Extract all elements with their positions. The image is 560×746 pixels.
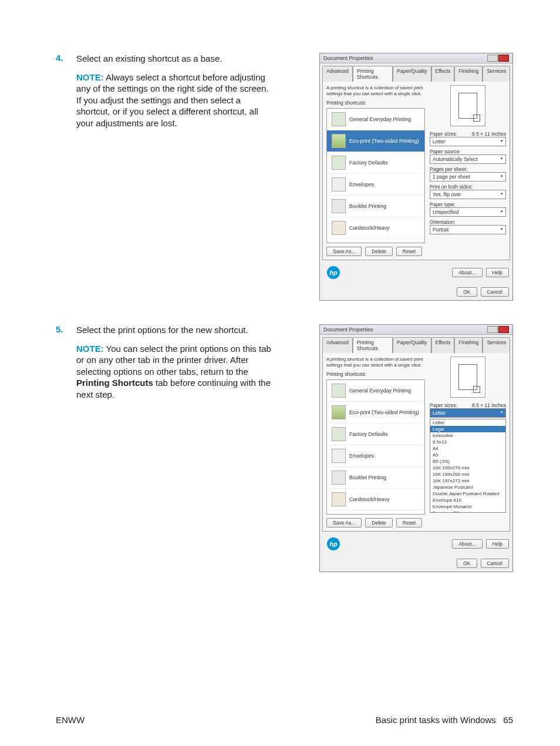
save-as-button[interactable]: Save As...: [326, 247, 362, 256]
list-item[interactable]: Cardstock/Heavy: [327, 489, 424, 510]
cancel-button[interactable]: Cancel: [481, 559, 509, 568]
shortcut-icon: [332, 449, 346, 463]
list-item[interactable]: Eco-print (Two-sided Printing): [327, 130, 424, 152]
paper-type-label: Paper type:: [430, 201, 506, 207]
step-4-note: NOTE: Always select a shortcut before ad…: [76, 72, 276, 129]
size-option[interactable]: 16K 184x260 mm: [430, 471, 505, 478]
paper-source-select[interactable]: Automatically Select: [430, 154, 506, 164]
size-option[interactable]: Double Japan Postcard Rotated: [430, 490, 505, 497]
size-option[interactable]: A4: [430, 445, 505, 452]
tab-advanced[interactable]: Advanced: [322, 66, 353, 82]
size-option[interactable]: A5: [430, 452, 505, 458]
list-item[interactable]: Booklet Printing: [327, 467, 424, 489]
tab-effects[interactable]: Effects: [431, 66, 455, 82]
size-option[interactable]: Executive: [430, 432, 505, 439]
dialog-title: Document Properties: [323, 327, 373, 332]
note-text-pre: You can select the print options on this…: [76, 344, 271, 377]
dialog-2: Document Properties Advanced Printing Sh…: [319, 324, 513, 572]
intro-text: A printing shortcut is a collection of s…: [326, 357, 425, 368]
note-label: NOTE:: [76, 344, 104, 354]
help-button[interactable]: Help: [486, 268, 509, 277]
shortcut-label: Envelopes: [349, 182, 374, 187]
cancel-button[interactable]: Cancel: [481, 287, 509, 297]
close-icon[interactable]: [498, 55, 509, 62]
paper-sizes-dropdown-list[interactable]: Letter Legal Executive 8.5x13 A4 A5 B5 (…: [430, 419, 506, 513]
size-option[interactable]: Legal: [430, 426, 505, 432]
save-as-button[interactable]: Save As...: [326, 518, 362, 527]
paper-sizes-select[interactable]: Letter: [430, 137, 506, 146]
list-item[interactable]: Envelopes: [327, 174, 424, 196]
paper-type-select[interactable]: Unspecified: [430, 207, 506, 217]
close-icon[interactable]: [498, 326, 509, 333]
shortcut-label: Booklet Printing: [349, 203, 386, 209]
tab-printing-shortcuts[interactable]: Printing Shortcuts: [353, 337, 393, 353]
pages-per-sheet-select[interactable]: 1 page per sheet: [430, 172, 506, 182]
size-option[interactable]: Letter: [430, 419, 505, 426]
tabs: Advanced Printing Shortcuts Paper/Qualit…: [320, 335, 512, 353]
orientation-select[interactable]: Portrait: [430, 225, 506, 234]
paper-sizes-label: Paper sizes:8.5 × 11 inches: [430, 131, 506, 137]
paper-sizes-select[interactable]: Letter: [430, 408, 506, 418]
size-option[interactable]: Envelope #10: [430, 497, 505, 503]
size-option[interactable]: Japanese Postcard: [430, 484, 505, 490]
list-item[interactable]: Cardstock/Heavy: [327, 217, 424, 239]
hp-logo-icon: hp: [327, 266, 340, 279]
tab-finishing[interactable]: Finishing: [454, 66, 483, 82]
footer-left: ENWW: [56, 715, 85, 725]
size-option[interactable]: 8.5x13: [430, 439, 505, 445]
shortcut-icon: [332, 492, 346, 506]
reset-button[interactable]: Reset: [396, 518, 422, 527]
step-number-5: 5.: [56, 324, 76, 572]
tab-paper-quality[interactable]: Paper/Quality: [393, 66, 431, 82]
tab-services[interactable]: Services: [483, 66, 510, 82]
ok-button[interactable]: OK: [457, 559, 477, 568]
about-button[interactable]: About...: [452, 539, 482, 549]
tab-effects[interactable]: Effects: [431, 337, 455, 353]
shortcut-label: Booklet Printing: [349, 475, 386, 480]
ok-button[interactable]: OK: [457, 287, 477, 297]
size-option[interactable]: 16K 195x270 mm: [430, 465, 505, 471]
tab-services[interactable]: Services: [483, 337, 510, 353]
reset-button[interactable]: Reset: [396, 247, 422, 256]
size-option[interactable]: 16K 197x273 mm: [430, 478, 505, 484]
step-4-text: Select an existing shortcut as a base.: [76, 53, 276, 65]
delete-button[interactable]: Delete: [365, 518, 393, 527]
tab-printing-shortcuts[interactable]: Printing Shortcuts: [353, 66, 393, 82]
intro-text: A printing shortcut is a collection of s…: [326, 85, 425, 96]
shortcut-label: General Everyday Printing: [349, 388, 411, 394]
tab-advanced[interactable]: Advanced: [322, 337, 353, 353]
list-item[interactable]: Factory Defaults: [327, 424, 424, 445]
step-5-note: NOTE: You can select the print options o…: [76, 343, 276, 401]
tabs: Advanced Printing Shortcuts Paper/Qualit…: [320, 63, 512, 82]
print-both-sides-select[interactable]: Yes, flip over: [430, 190, 506, 199]
list-item[interactable]: Envelopes: [327, 445, 424, 467]
note-text-bold: Printing Shortcuts: [76, 378, 153, 388]
list-item[interactable]: Booklet Printing: [327, 196, 424, 217]
shortcut-icon: [332, 405, 346, 419]
tab-paper-quality[interactable]: Paper/Quality: [393, 337, 431, 353]
delete-button[interactable]: Delete: [365, 247, 393, 256]
size-option[interactable]: Envelope B5: [430, 510, 505, 513]
shortcut-list[interactable]: General Everyday Printing Eco-print (Two…: [326, 379, 425, 515]
size-option[interactable]: Envelope Monarch: [430, 503, 505, 510]
list-item[interactable]: Factory Defaults: [327, 152, 424, 174]
shortcut-icon: [332, 427, 346, 441]
titlebar: Document Properties: [320, 325, 512, 335]
shortcut-list[interactable]: General Everyday Printing Eco-print (Two…: [326, 108, 425, 243]
list-item[interactable]: Eco-print (Two-sided Printing): [327, 402, 424, 424]
step-5-text: Select the print options for the new sho…: [76, 324, 276, 336]
minimize-icon[interactable]: [487, 326, 498, 333]
shortcut-label: General Everyday Printing: [349, 116, 411, 122]
size-option[interactable]: B5 (JIS): [430, 458, 505, 465]
about-button[interactable]: About...: [452, 268, 482, 277]
minimize-icon[interactable]: [487, 55, 498, 62]
list-item[interactable]: General Everyday Printing: [327, 109, 424, 130]
list-item[interactable]: General Everyday Printing: [327, 380, 424, 402]
tab-finishing[interactable]: Finishing: [454, 337, 483, 353]
titlebar: Document Properties: [320, 53, 512, 63]
help-button[interactable]: Help: [486, 539, 509, 549]
list-label: Printing shortcuts:: [326, 100, 425, 106]
note-label: NOTE:: [76, 72, 104, 82]
shortcut-label: Envelopes: [349, 453, 374, 459]
shortcut-label: Cardstock/Heavy: [349, 225, 390, 231]
